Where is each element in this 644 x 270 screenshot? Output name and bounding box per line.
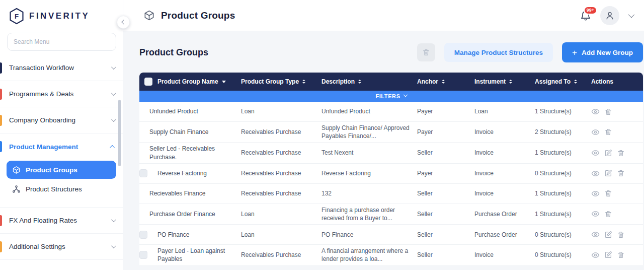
cell-product-group-name: Supply Chain Finance — [139, 126, 241, 138]
cell-instrument: Purchase Order — [474, 208, 535, 220]
sidebar-group-product-management: Product Management Product Groups — [0, 133, 123, 208]
cell-assigned-to: 1 Structure(s) — [535, 105, 591, 117]
cell-anchor: Seller — [417, 208, 474, 220]
cell-instrument: Purchase Order — [474, 229, 535, 241]
table-row[interactable]: Unfunded Product Loan Unfunded Product P… — [139, 102, 643, 122]
cell-anchor: Seller — [417, 147, 474, 159]
row-view-button[interactable] — [591, 128, 600, 137]
table-row[interactable]: Recievables Finance Receivables Purchase… — [139, 184, 643, 204]
column-anchor[interactable]: Anchor — [417, 78, 474, 85]
add-new-group-label: Add New Group — [582, 49, 633, 56]
sidebar-item-transaction-workflow[interactable]: Transaction Workflow — [0, 55, 123, 81]
cell-instrument: Invoice — [474, 249, 535, 261]
row-edit-button[interactable] — [604, 169, 612, 177]
row-view-button[interactable] — [591, 169, 600, 178]
table-row[interactable]: Purchase Order Finance Loan Financing a … — [139, 204, 643, 225]
page-title: Product Groups — [161, 10, 235, 21]
eye-icon — [591, 210, 600, 218]
cell-assigned-to: 0 Structure(s) — [535, 249, 591, 261]
row-checkbox[interactable] — [139, 251, 147, 259]
table-body: Unfunded Product Loan Unfunded Product P… — [139, 102, 643, 266]
section-title: Product Groups — [139, 47, 208, 58]
row-edit-button[interactable] — [604, 251, 612, 259]
select-all-checkbox[interactable] — [144, 78, 152, 86]
row-view-button[interactable] — [591, 149, 600, 157]
sidebar-item-product-management[interactable]: Product Management — [0, 133, 123, 160]
chevron-down-icon — [111, 217, 116, 222]
row-delete-button[interactable] — [604, 128, 612, 136]
row-view-button[interactable] — [591, 230, 600, 239]
sidebar-item-programmes-deals[interactable]: Programmes & Deals — [0, 81, 123, 107]
column-label: Product Group Name — [157, 78, 218, 85]
eye-icon — [591, 107, 600, 116]
row-checkbox[interactable] — [139, 169, 147, 177]
trash-icon — [604, 189, 612, 197]
table-row[interactable]: Reverse Factoring Receivables Purchase R… — [139, 164, 643, 184]
cell-product-group-type: Receivables Purchase — [241, 167, 321, 179]
row-view-button[interactable] — [591, 251, 600, 259]
column-assigned-to[interactable]: Assigned To — [535, 78, 591, 85]
cell-description: Reverse Factoring — [321, 167, 417, 179]
sidebar-scrollbar[interactable] — [118, 100, 121, 166]
filters-bar[interactable]: FILTERS — [139, 91, 643, 102]
chevron-down-icon — [111, 91, 116, 96]
cell-anchor: Seller — [417, 249, 474, 261]
row-delete-button[interactable] — [617, 169, 625, 177]
row-checkbox[interactable] — [139, 231, 147, 239]
row-delete-button[interactable] — [617, 251, 625, 259]
cell-product-group-name: Payer Led - Loan against Payables — [157, 245, 241, 265]
search-input[interactable] — [7, 33, 116, 51]
row-view-button[interactable] — [591, 107, 600, 116]
bulk-delete-button[interactable] — [417, 43, 435, 61]
content: Product Groups Manage Product Structures… — [123, 31, 644, 270]
sidebar-item-fx-floating-rates[interactable]: FX And Floating Rates — [0, 208, 123, 234]
notifications-button[interactable]: 99+ — [580, 10, 591, 21]
sidebar-item-product-structures[interactable]: Product Structures — [7, 180, 116, 198]
cell-description: PO Finance — [321, 229, 417, 241]
sidebar-item-company-onboarding[interactable]: Company Onboarding — [0, 107, 123, 133]
table-row[interactable]: Seller Led - Receivables Purchase. Recei… — [139, 143, 643, 163]
cell-actions — [591, 210, 643, 218]
user-avatar-button[interactable] — [600, 6, 619, 25]
sidebar-collapse-button[interactable] — [117, 16, 130, 29]
column-product-group-name[interactable]: Product Group Name — [157, 78, 241, 85]
row-delete-button[interactable] — [604, 189, 612, 197]
column-product-group-type[interactable]: Product Group Type — [241, 78, 321, 85]
cell-actions — [591, 230, 643, 239]
table-row[interactable]: Payer Led - Loan against Payables Receiv… — [139, 245, 643, 265]
table-row[interactable]: PO Finance Loan PO Finance Seller Purcha… — [139, 225, 643, 245]
row-view-button[interactable] — [591, 210, 600, 218]
accent-bar — [0, 89, 2, 100]
cell-actions — [591, 128, 643, 137]
row-view-button[interactable] — [591, 189, 600, 198]
sidebar-item-additional-settings[interactable]: Additional Settings — [0, 234, 123, 260]
cell-product-group-name: Purchase Order Finance — [139, 208, 241, 220]
cell-actions — [591, 149, 643, 157]
row-delete-button[interactable] — [604, 108, 612, 116]
sidebar-subitem-label: Product Structures — [26, 185, 82, 193]
product-management-submenu: Product Groups Product Structures — [0, 161, 123, 207]
row-delete-button[interactable] — [617, 149, 625, 157]
row-edit-button[interactable] — [604, 231, 612, 239]
column-label: Anchor — [417, 78, 438, 85]
column-description[interactable]: Description — [321, 78, 417, 85]
cell-product-group-type: Receivables Purchase — [241, 147, 321, 159]
sidebar-item-product-groups[interactable]: Product Groups — [7, 161, 116, 179]
column-instrument[interactable]: Instrument — [474, 78, 535, 85]
trash-icon — [422, 48, 430, 56]
notification-badge: 99+ — [584, 6, 597, 15]
accent-bar — [0, 215, 2, 226]
cell-product-group-name: Seller Led - Receivables Purchase. — [139, 143, 241, 163]
cell-product-group-type: Loan — [241, 208, 321, 220]
add-new-group-button[interactable]: + Add New Group — [562, 42, 643, 62]
edit-icon — [604, 231, 612, 239]
user-menu-chevron-icon[interactable] — [628, 12, 635, 18]
cell-instrument: Invoice — [474, 187, 535, 199]
table-row[interactable]: Supply Chain Finance Receivables Purchas… — [139, 122, 643, 143]
manage-product-structures-button[interactable]: Manage Product Structures — [444, 43, 553, 62]
row-delete-button[interactable] — [604, 210, 612, 218]
row-edit-button[interactable] — [604, 149, 612, 157]
cell-product-group-type: Receivables Purchase — [241, 249, 321, 261]
finverity-logo-icon: F — [9, 8, 24, 25]
row-delete-button[interactable] — [617, 231, 625, 239]
